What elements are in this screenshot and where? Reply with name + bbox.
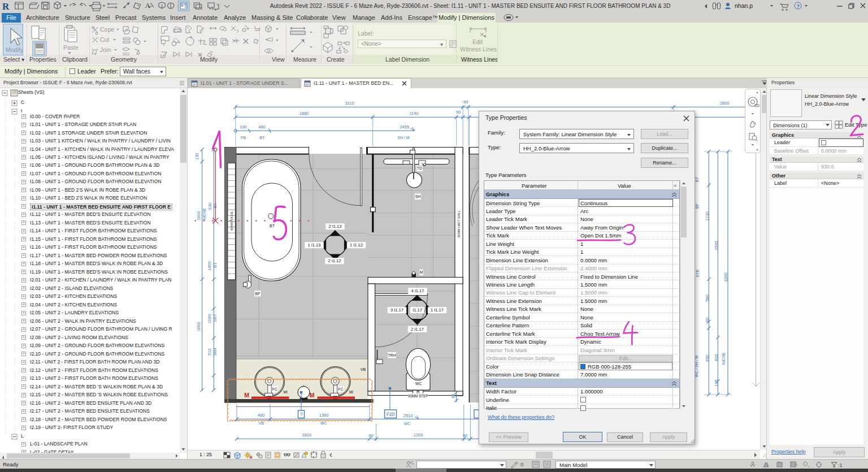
svg-text:VB: VB bbox=[361, 367, 366, 371]
svg-text:STR: STR bbox=[696, 270, 700, 278]
svg-text:NICHE: NICHE bbox=[722, 352, 726, 365]
svg-text:FC: FC bbox=[338, 387, 343, 391]
svg-text:FC: FC bbox=[272, 387, 277, 391]
svg-text:480: 480 bbox=[258, 124, 266, 129]
svg-text:90: 90 bbox=[368, 433, 373, 438]
svg-text:BT: BT bbox=[270, 224, 275, 228]
svg-text:190: 190 bbox=[240, 124, 247, 129]
svg-text:M: M bbox=[310, 392, 315, 399]
svg-text:2510: 2510 bbox=[403, 413, 413, 418]
svg-text:?: ? bbox=[797, 3, 800, 9]
svg-text:TRH: TRH bbox=[213, 348, 217, 356]
svg-text:1820: 1820 bbox=[302, 432, 311, 438]
svg-text:WC / SH / M: WC / SH / M bbox=[695, 355, 698, 377]
svg-text:I1.17: I1.17 bbox=[413, 308, 422, 313]
svg-text:80: 80 bbox=[451, 394, 455, 399]
svg-text:580: 580 bbox=[705, 295, 710, 302]
svg-text:990: 990 bbox=[705, 355, 710, 362]
svg-text:90MM STEP: 90MM STEP bbox=[408, 394, 428, 398]
svg-text:MI: MI bbox=[283, 390, 287, 394]
svg-text:1 I1.17: 1 I1.17 bbox=[431, 308, 444, 313]
svg-text:1360: 1360 bbox=[319, 413, 329, 418]
svg-text:1 I1.12: 1 I1.12 bbox=[350, 243, 363, 248]
svg-text:510: 510 bbox=[207, 348, 212, 356]
svg-text:2595: 2595 bbox=[714, 241, 719, 250]
svg-text:BT: BT bbox=[213, 262, 217, 268]
svg-text:1880: 1880 bbox=[300, 111, 309, 116]
svg-text:930: 930 bbox=[207, 203, 212, 210]
svg-text:1660: 1660 bbox=[196, 322, 201, 332]
svg-text:1600: 1600 bbox=[196, 211, 201, 221]
svg-text:1200: 1200 bbox=[414, 432, 423, 438]
svg-text:nhan.p: nhan.p bbox=[735, 2, 753, 9]
svg-text:Cut: Cut bbox=[100, 36, 109, 43]
svg-text::1: :1 bbox=[838, 462, 843, 468]
svg-text:Edit: Edit bbox=[472, 38, 483, 45]
svg-text:1 I1.13: 1 I1.13 bbox=[308, 243, 321, 248]
svg-text:BT: BT bbox=[260, 136, 266, 140]
svg-text:600: 600 bbox=[714, 354, 719, 361]
svg-text:195: 195 bbox=[714, 379, 719, 387]
svg-text:SH: SH bbox=[415, 194, 421, 198]
svg-text:130: 130 bbox=[194, 153, 199, 160]
svg-text:BF: BF bbox=[255, 292, 261, 296]
svg-text:Modify: Modify bbox=[6, 46, 23, 53]
svg-text:90: 90 bbox=[705, 318, 710, 322]
svg-text:Autodesk Revit 2022 - ISSUE F: Autodesk Revit 2022 - ISSUE F - 6 Maze A… bbox=[270, 3, 671, 9]
svg-text:2 I1.13: 2 I1.13 bbox=[329, 224, 342, 229]
svg-text:SRT: SRT bbox=[213, 314, 217, 322]
svg-text:2 I1.12: 2 I1.12 bbox=[328, 258, 341, 263]
svg-text:Join: Join bbox=[100, 46, 111, 53]
svg-text::0: :0 bbox=[519, 462, 524, 467]
svg-text:3390: 3390 bbox=[723, 272, 728, 282]
svg-text:1080: 1080 bbox=[207, 314, 212, 324]
svg-text:1800: 1800 bbox=[207, 261, 212, 271]
svg-text:NICHE: NICHE bbox=[202, 208, 206, 220]
svg-text:M: M bbox=[420, 270, 423, 274]
svg-text:1140: 1140 bbox=[409, 111, 418, 116]
svg-text:3110: 3110 bbox=[345, 101, 354, 106]
svg-text:VB: VB bbox=[259, 421, 264, 425]
svg-text:R: R bbox=[2, 1, 10, 12]
svg-text:M: M bbox=[244, 392, 249, 399]
svg-text:90MM HAFT WALL: 90MM HAFT WALL bbox=[457, 210, 461, 237]
svg-text:WC: WC bbox=[415, 382, 422, 386]
svg-text:Cope: Cope bbox=[100, 26, 114, 33]
svg-text:90: 90 bbox=[456, 110, 461, 115]
svg-text:FB: FB bbox=[241, 136, 246, 140]
svg-text:BF: BF bbox=[695, 203, 699, 209]
svg-text:F20: F20 bbox=[387, 412, 395, 417]
svg-text:2455: 2455 bbox=[400, 124, 409, 129]
svg-text:TRH: TRH bbox=[388, 353, 396, 357]
svg-text:?: ? bbox=[300, 412, 303, 417]
svg-text:A: A bbox=[145, 2, 151, 10]
svg-text:BT: BT bbox=[695, 176, 699, 182]
svg-text:MI: MI bbox=[349, 390, 353, 394]
svg-text:SH / M: SH / M bbox=[397, 136, 410, 140]
svg-text:2D: 2D bbox=[754, 103, 760, 107]
svg-text:Witness Lines: Witness Lines bbox=[460, 46, 497, 53]
svg-text:2 I1.17: 2 I1.17 bbox=[411, 327, 424, 332]
svg-text:4 I1.17: 4 I1.17 bbox=[411, 288, 424, 293]
svg-text:3 I1.17: 3 I1.17 bbox=[390, 308, 403, 313]
svg-text:460: 460 bbox=[258, 413, 265, 418]
svg-text:1730: 1730 bbox=[705, 211, 710, 221]
svg-text:90: 90 bbox=[463, 99, 468, 105]
svg-text:WC: WC bbox=[320, 421, 327, 425]
svg-text:TD: TD bbox=[417, 166, 422, 170]
svg-text:WC: WC bbox=[404, 422, 411, 426]
svg-text:2800: 2800 bbox=[720, 101, 730, 106]
svg-text:Paste: Paste bbox=[63, 44, 79, 51]
svg-text:90: 90 bbox=[463, 433, 467, 438]
